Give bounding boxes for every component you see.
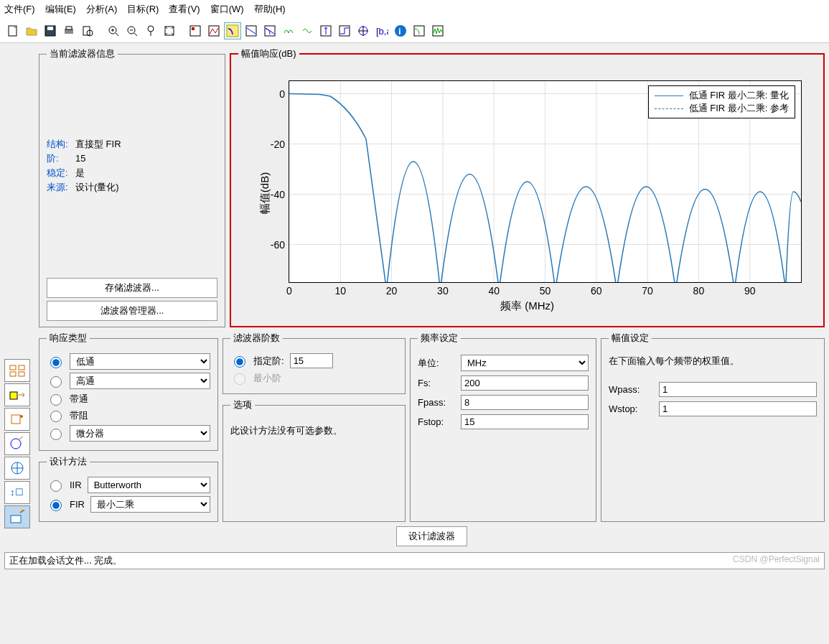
info-stable-label: 稳定:: [47, 167, 75, 179]
lowpass-radio[interactable]: [50, 357, 62, 368]
menu-window[interactable]: 窗口(W): [210, 3, 244, 16]
plot-xlabel: 频率 (MHz): [500, 299, 554, 313]
save-icon[interactable]: [42, 22, 59, 39]
magnitude-response-panel: 幅值响应(dB) 幅值(dB) 频率 (MHz) 0 -20 -40 -60: [230, 47, 825, 327]
svg-rect-20: [227, 25, 238, 37]
diff-select[interactable]: 微分器: [70, 425, 210, 442]
menu-view[interactable]: 查看(V): [169, 3, 200, 16]
wstop-label: Wstop:: [609, 403, 652, 414]
iir-radio[interactable]: [50, 480, 62, 492]
legend-entry-1: 低通 FIR 最小二乘: 参考: [689, 102, 789, 115]
menu-help[interactable]: 帮助(H): [254, 3, 286, 16]
side-multirate-icon[interactable]: ↕☐: [4, 481, 30, 504]
min-order-label: 最小阶: [253, 372, 281, 385]
phase-delay-icon[interactable]: [299, 22, 316, 39]
ytick-3: -60: [271, 239, 289, 251]
zoom-in-icon[interactable]: [105, 22, 122, 39]
xtick-8: 80: [693, 282, 705, 297]
xtick-6: 60: [591, 282, 602, 297]
polezero-icon[interactable]: [355, 22, 372, 39]
xtick-7: 70: [642, 282, 653, 297]
ytick-0: 0: [279, 88, 289, 100]
roundoff-icon[interactable]: [411, 22, 428, 39]
specify-order-radio[interactable]: [234, 356, 245, 368]
response-type-title: 响应类型: [47, 332, 90, 345]
coeffs-icon[interactable]: [b,a]: [373, 22, 390, 39]
magphase-icon[interactable]: [261, 22, 278, 39]
svg-rect-38: [10, 392, 17, 399]
filter-manager-button[interactable]: 滤波器管理器...: [47, 301, 217, 321]
group-delay-icon[interactable]: [280, 22, 297, 39]
diff-radio[interactable]: [50, 429, 62, 440]
xtick-5: 50: [540, 282, 551, 297]
spec-icon[interactable]: [187, 22, 204, 39]
svg-rect-4: [66, 27, 72, 29]
open-icon[interactable]: [23, 22, 40, 39]
svg-text:↕☐: ↕☐: [10, 487, 24, 498]
bandstop-radio[interactable]: [50, 411, 62, 422]
highpass-select[interactable]: 高通: [70, 373, 210, 389]
fs-input[interactable]: [461, 375, 589, 391]
wpass-input[interactable]: [659, 382, 817, 397]
step-icon[interactable]: [336, 22, 353, 39]
svg-text:i: i: [398, 26, 401, 37]
side-quantize-icon[interactable]: [4, 457, 30, 480]
svg-rect-18: [192, 27, 195, 30]
wstop-input[interactable]: [659, 401, 817, 416]
zoom-y-icon[interactable]: [142, 22, 159, 39]
svg-rect-37: [19, 372, 24, 376]
mag-mask-icon[interactable]: [205, 22, 223, 39]
svg-point-14: [148, 26, 154, 32]
fir-select[interactable]: 最小二乘: [90, 496, 210, 513]
store-filter-button[interactable]: 存储滤波器...: [47, 278, 217, 298]
menu-target[interactable]: 目标(R): [127, 3, 159, 16]
plot-title: 幅值响应(dB): [238, 47, 299, 60]
options-panel: 选项 此设计方法没有可选参数。: [223, 398, 406, 522]
info-icon[interactable]: i: [392, 22, 409, 39]
order-input[interactable]: [290, 353, 333, 368]
side-design-icon[interactable]: [4, 505, 30, 528]
lowpass-select[interactable]: 低通: [70, 353, 210, 370]
new-icon[interactable]: [4, 22, 22, 39]
menubar: 文件(F) 编辑(E) 分析(A) 目标(R) 查看(V) 窗口(W) 帮助(H…: [0, 0, 829, 19]
fpass-input[interactable]: [461, 395, 589, 410]
print-preview-icon[interactable]: [79, 22, 96, 39]
side-structure-icon[interactable]: [4, 359, 30, 382]
unit-select[interactable]: MHz: [461, 355, 589, 371]
legend-entry-0: 低通 FIR 最小二乘: 量化: [689, 89, 789, 102]
info-source-value: 设计(量化): [75, 182, 119, 192]
iir-select[interactable]: Butterworth: [88, 477, 210, 493]
resp-noise-icon[interactable]: [429, 22, 446, 39]
menu-edit[interactable]: 编辑(E): [45, 3, 76, 16]
side-export-icon[interactable]: [4, 383, 30, 406]
side-realize-icon[interactable]: [4, 408, 30, 431]
zoom-out-icon[interactable]: [123, 22, 141, 39]
svg-rect-2: [47, 27, 53, 30]
menu-file[interactable]: 文件(F): [4, 3, 35, 16]
fstop-input[interactable]: [461, 414, 589, 429]
svg-line-12: [134, 33, 137, 36]
svg-rect-39: [11, 415, 20, 424]
magnitude-msg: 在下面输入每个频带的权重值。: [609, 350, 817, 378]
svg-point-41: [11, 439, 21, 449]
design-method-panel: 设计方法 IIRButterworth FIR最小二乘: [39, 455, 218, 522]
specify-order-label: 指定阶:: [253, 355, 284, 368]
svg-text:[b,a]: [b,a]: [376, 26, 388, 37]
plot-area: 0 -20 -40 -60 0 10 20 30 40 50 60 70 80 …: [289, 80, 802, 283]
options-message: 此设计方法没有可选参数。: [230, 417, 398, 444]
print-icon[interactable]: [60, 22, 78, 39]
mag-resp-icon[interactable]: [224, 22, 241, 39]
bandpass-label: 带通: [70, 393, 210, 406]
filter-info-title: 当前滤波器信息: [47, 47, 118, 60]
fullview-icon[interactable]: [161, 22, 178, 39]
svg-rect-35: [19, 365, 24, 370]
bandpass-radio[interactable]: [50, 394, 62, 406]
design-filter-button[interactable]: 设计滤波器: [396, 526, 467, 546]
impulse-icon[interactable]: [317, 22, 334, 39]
info-structure-label: 结构:: [47, 138, 75, 151]
side-polezero-edit-icon[interactable]: [4, 432, 30, 455]
highpass-radio[interactable]: [50, 376, 62, 388]
menu-analysis[interactable]: 分析(A): [86, 3, 117, 16]
fir-radio[interactable]: [50, 500, 62, 511]
phase-resp-icon[interactable]: [243, 22, 260, 39]
